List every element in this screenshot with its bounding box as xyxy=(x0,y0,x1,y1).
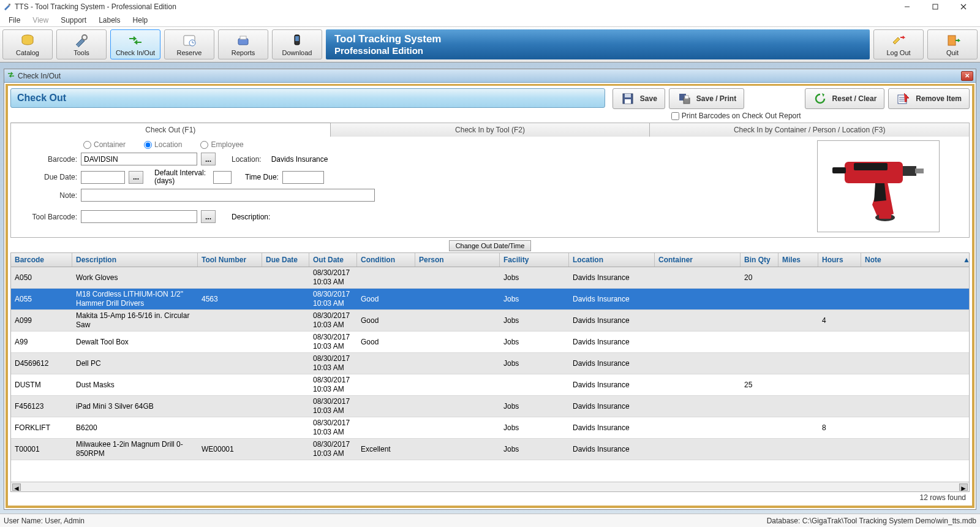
col-condition[interactable]: Condition xyxy=(357,253,415,267)
cell-cond: Good xyxy=(357,315,415,327)
col-hours[interactable]: Hours xyxy=(818,253,861,267)
cell-note xyxy=(861,341,969,343)
menu-support[interactable]: Support xyxy=(55,15,92,26)
cell-cont xyxy=(655,362,741,365)
grid-body[interactable]: A050Work Gloves08/30/2017 10:03 AMJobsDa… xyxy=(11,267,969,482)
reset-clear-button[interactable]: Reset / Clear xyxy=(805,88,885,109)
col-due-date[interactable]: Due Date xyxy=(262,253,309,267)
col-tool-number[interactable]: Tool Number xyxy=(198,253,262,267)
table-row[interactable]: A099Makita 15-Amp 16-5/16 in. Circular S… xyxy=(11,310,969,332)
due-date-label: Due Date: xyxy=(16,173,77,181)
svg-rect-27 xyxy=(854,163,888,170)
maximize-button[interactable] xyxy=(921,0,949,13)
table-row[interactable]: F456123iPad Mini 3 Silver 64GB08/30/2017… xyxy=(11,396,969,417)
cell-barcode: F456123 xyxy=(11,401,72,412)
table-row[interactable]: DUSTMDust Masks08/30/2017 10:03 AMDavids… xyxy=(11,374,969,396)
cell-out: 08/30/2017 10:03 AM xyxy=(309,310,357,331)
cell-tool xyxy=(198,319,262,322)
col-note[interactable]: Note xyxy=(861,253,959,267)
scroll-left-button[interactable]: ◄ xyxy=(12,483,21,491)
col-person[interactable]: Person xyxy=(415,253,500,267)
tab-checkin-tool[interactable]: Check In by Tool (F2) xyxy=(331,123,650,137)
time-due-input[interactable] xyxy=(282,171,324,184)
cell-loc: Davids Insurance xyxy=(569,422,655,434)
svg-rect-15 xyxy=(948,36,956,45)
cell-cond: Good xyxy=(357,294,415,305)
cell-due xyxy=(262,362,309,365)
toolbar-tools-button[interactable]: Tools xyxy=(56,29,107,59)
save-button[interactable]: Save xyxy=(612,88,665,109)
minimize-button[interactable] xyxy=(893,0,921,13)
cell-hours xyxy=(818,362,861,365)
tool-barcode-input[interactable] xyxy=(81,210,197,223)
col-miles[interactable]: Miles xyxy=(778,253,818,267)
cell-cond xyxy=(357,362,415,365)
cell-fac: Jobs xyxy=(500,272,569,284)
scroll-right-button[interactable]: ► xyxy=(959,483,968,491)
cell-bin: 20 xyxy=(741,272,778,284)
radio-employee[interactable]: Employee xyxy=(200,140,243,149)
due-date-input[interactable] xyxy=(81,171,125,184)
tool-barcode-browse-button[interactable]: ... xyxy=(201,210,216,223)
toolbar-reports-button[interactable]: Reports xyxy=(218,29,268,59)
close-button[interactable] xyxy=(949,0,978,13)
horizontal-scrollbar[interactable]: ◄ ► xyxy=(11,482,969,491)
cell-fac: Jobs xyxy=(500,422,569,434)
cell-note xyxy=(861,405,969,408)
tab-checkin-container[interactable]: Check In by Container / Person / Locatio… xyxy=(650,123,970,137)
menu-file[interactable]: File xyxy=(2,15,26,26)
col-facility[interactable]: Facility xyxy=(500,253,569,267)
toolbar-checkinout-button[interactable]: Check In/Out xyxy=(110,29,160,59)
radio-location[interactable]: Location xyxy=(144,140,182,149)
table-row[interactable]: A050Work Gloves08/30/2017 10:03 AMJobsDa… xyxy=(11,267,969,289)
tab-checkout[interactable]: Check Out (F1) xyxy=(10,123,331,137)
cell-cond: Good xyxy=(357,336,415,348)
col-container[interactable]: Container xyxy=(655,253,741,267)
change-out-date-button[interactable]: Change Out Date/Time xyxy=(449,240,532,251)
toolbar-logout-button[interactable]: Log Out xyxy=(873,29,924,59)
cell-due xyxy=(262,298,309,300)
menubar: File View Support Labels Help xyxy=(0,13,980,27)
toolbar-quit-button[interactable]: Quit xyxy=(927,29,978,59)
due-date-picker-button[interactable]: ... xyxy=(129,171,143,184)
print-barcodes-checkbox[interactable]: Print Barcodes on Check Out Report xyxy=(669,112,801,120)
cell-barcode: FORKLIFT xyxy=(11,422,72,434)
note-label: Note: xyxy=(16,191,77,200)
svg-rect-12 xyxy=(240,36,246,39)
cell-barcode: D4569612 xyxy=(11,358,72,370)
table-row[interactable]: A99Dewalt Tool Box08/30/2017 10:03 AMGoo… xyxy=(11,332,969,353)
reset-icon xyxy=(813,91,827,106)
table-row[interactable]: T00001Milwaukee 1-2in Magnum Drill 0-850… xyxy=(11,439,969,460)
barcode-input[interactable] xyxy=(81,153,197,165)
table-row[interactable]: D4569612Dell PC08/30/2017 10:03 AMJobsDa… xyxy=(11,353,969,374)
col-out-date[interactable]: Out Date xyxy=(309,253,357,267)
panel-close-button[interactable]: ✕ xyxy=(961,71,973,81)
col-location[interactable]: Location xyxy=(569,253,655,267)
table-row[interactable]: A055M18 Cordless LITHIUM-ION 1/2" Hammer… xyxy=(11,289,969,310)
menu-help[interactable]: Help xyxy=(127,15,154,26)
cell-fac xyxy=(500,384,569,386)
remove-item-button[interactable]: Remove Item xyxy=(888,88,970,109)
barcode-browse-button[interactable]: ... xyxy=(201,153,216,165)
save-print-button[interactable]: Save / Print xyxy=(669,88,744,109)
menu-view[interactable]: View xyxy=(26,15,55,26)
toolbar-reserve-button[interactable]: Reserve xyxy=(164,29,214,59)
cell-tool xyxy=(198,362,262,365)
cell-bin xyxy=(741,319,778,322)
toolbar-catalog-button[interactable]: Catalog xyxy=(2,29,53,59)
cell-person xyxy=(415,427,500,429)
table-row[interactable]: FORKLIFTB620008/30/2017 10:03 AMJobsDavi… xyxy=(11,417,969,439)
col-barcode[interactable]: Barcode xyxy=(11,253,72,267)
note-input[interactable] xyxy=(81,189,375,202)
default-interval-input[interactable] xyxy=(213,171,232,184)
toolbar-download-button[interactable]: Download xyxy=(272,29,322,59)
cell-miles xyxy=(778,276,818,279)
menu-labels[interactable]: Labels xyxy=(92,15,126,26)
cell-person xyxy=(415,405,500,408)
col-description[interactable]: Description xyxy=(72,253,198,267)
cell-cond xyxy=(357,405,415,408)
cell-bin xyxy=(741,298,778,300)
col-bin-qty[interactable]: Bin Qty xyxy=(741,253,778,267)
cell-note xyxy=(861,298,969,300)
radio-container[interactable]: Container xyxy=(83,140,126,149)
